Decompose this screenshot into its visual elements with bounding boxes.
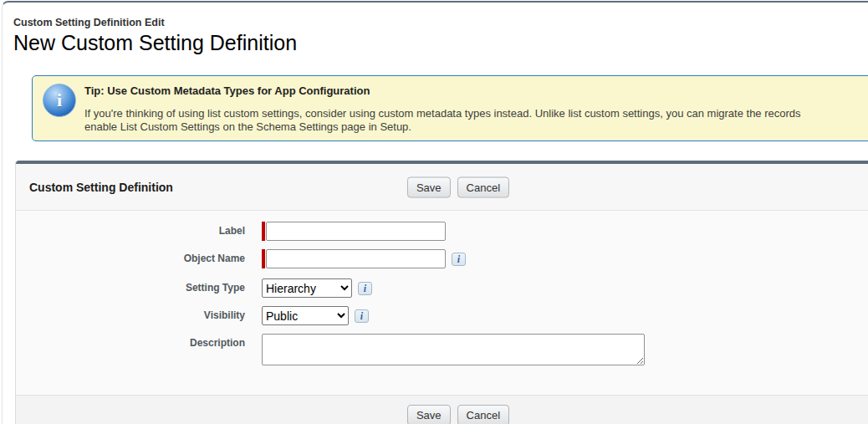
description-field-row: Description bbox=[16, 334, 868, 365]
save-button-bottom[interactable]: Save bbox=[407, 405, 451, 424]
visibility-field-label: Visibility bbox=[16, 306, 262, 325]
setup-page: Custom Setting Definition Edit New Custo… bbox=[0, 0, 868, 424]
setting-type-field-label: Setting Type bbox=[16, 278, 262, 298]
setting-type-field-cell: Hierarchy i bbox=[262, 278, 372, 298]
section-title: Custom Setting Definition bbox=[29, 181, 173, 194]
description-textarea[interactable] bbox=[262, 334, 645, 365]
object-name-info-icon-button[interactable]: i bbox=[452, 253, 466, 266]
info-icon: i bbox=[360, 311, 363, 321]
required-marker bbox=[262, 249, 265, 268]
page-title: New Custom Setting Definition bbox=[13, 31, 868, 55]
form-body: Label Object Name i Setting Type bbox=[16, 211, 868, 395]
cancel-button-bottom[interactable]: Cancel bbox=[457, 405, 509, 424]
tip-text-line2: enable List Custom Settings on the Schem… bbox=[84, 120, 411, 133]
setting-type-field-row: Setting Type Hierarchy i bbox=[16, 278, 868, 298]
object-name-field-label: Object Name bbox=[16, 249, 262, 268]
description-field-cell bbox=[262, 334, 645, 365]
breadcrumb: Custom Setting Definition Edit bbox=[13, 17, 868, 28]
save-button-top[interactable]: Save bbox=[407, 176, 451, 197]
info-icon: i bbox=[457, 254, 460, 264]
custom-setting-definition-panel: Custom Setting Definition Save Cancel La… bbox=[15, 161, 868, 424]
setting-type-select[interactable]: Hierarchy bbox=[262, 278, 352, 298]
tip-text: If you're thinking of using list custom … bbox=[84, 107, 801, 134]
setting-type-info-icon-button[interactable]: i bbox=[358, 282, 372, 295]
panel-header: Custom Setting Definition Save Cancel bbox=[16, 164, 868, 211]
label-field-cell bbox=[262, 222, 446, 241]
object-name-input[interactable] bbox=[266, 249, 446, 268]
tip-content: Tip: Use Custom Metadata Types for App C… bbox=[84, 83, 801, 134]
visibility-info-icon-button[interactable]: i bbox=[355, 309, 369, 323]
cancel-button-top[interactable]: Cancel bbox=[457, 176, 509, 197]
label-field-label: Label bbox=[16, 222, 262, 241]
description-field-label: Description bbox=[16, 334, 262, 353]
info-icon: i bbox=[364, 284, 366, 294]
label-input[interactable] bbox=[266, 222, 446, 241]
info-icon: i bbox=[43, 84, 76, 117]
visibility-field-cell: Public i bbox=[262, 306, 369, 325]
visibility-select[interactable]: Public bbox=[262, 306, 349, 325]
label-field-row: Label bbox=[16, 222, 868, 241]
tip-box: i Tip: Use Custom Metadata Types for App… bbox=[32, 75, 868, 141]
object-name-field-cell: i bbox=[262, 249, 466, 268]
info-icon-glyph: i bbox=[57, 91, 62, 110]
tip-title: Tip: Use Custom Metadata Types for App C… bbox=[84, 84, 801, 97]
object-name-field-row: Object Name i bbox=[16, 249, 868, 268]
panel-footer: Save Cancel bbox=[16, 395, 868, 424]
required-marker bbox=[262, 222, 265, 241]
header-button-group: Save Cancel bbox=[407, 176, 509, 197]
visibility-field-row: Visibility Public i bbox=[16, 306, 868, 325]
footer-button-group: Save Cancel bbox=[407, 405, 509, 424]
tip-text-line1: If you're thinking of using list custom … bbox=[84, 107, 801, 120]
